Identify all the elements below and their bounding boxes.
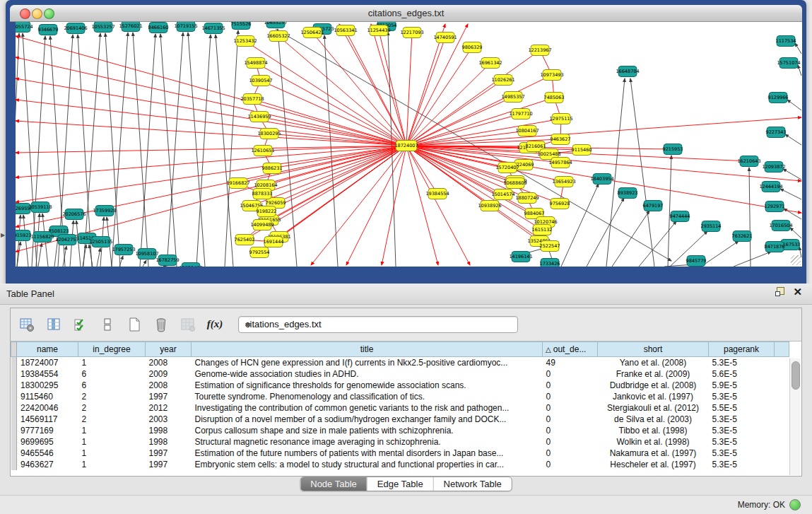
graph-node[interactable]: 20539118 [28, 202, 52, 213]
table-row[interactable]: 1830029562008Estimation of significance … [11, 380, 789, 391]
graph-node[interactable]: 1117534 [776, 36, 796, 47]
cell-out_de[interactable]: 0 [543, 380, 598, 391]
citation-edge-black[interactable] [587, 198, 624, 267]
citation-edge-black[interactable] [143, 260, 146, 267]
graph-node[interactable]: 1733426 [540, 259, 560, 267]
cell-short[interactable]: Dudbridge et al. (2008) [598, 380, 709, 391]
table-vertical-scrollbar[interactable] [789, 358, 801, 475]
graph-node[interactable]: 11156829 [30, 232, 54, 243]
network-canvas[interactable]: 2405572493466792069140610553257152760218… [16, 22, 802, 267]
graph-node[interactable]: 9845779 [686, 256, 707, 267]
graph-node[interactable]: 10553257 [91, 22, 114, 33]
citation-edge-black[interactable] [790, 228, 801, 238]
graph-node[interactable]: 9115460 [572, 145, 592, 156]
cell-pagerank[interactable]: 5.3E-5 [709, 425, 775, 436]
cell-name[interactable]: 14569117 [17, 414, 78, 425]
cell-title[interactable]: Investigating the contribution of common… [192, 402, 543, 414]
citation-edge-black[interactable] [795, 43, 801, 54]
graph-node[interactable]: 6479197 [643, 201, 664, 211]
graph-node[interactable]: 19384554 [425, 189, 449, 199]
cell-pagerank[interactable]: 5.6E-5 [709, 368, 775, 380]
graph-node[interactable]: 12923468 [179, 263, 202, 267]
cell-name[interactable]: 9463627 [17, 459, 78, 470]
graph-node[interactable]: 12093872 [762, 162, 785, 173]
graph-node[interactable]: 17016504 [769, 221, 792, 231]
citation-edge-red[interactable] [379, 30, 406, 146]
cell-out_de[interactable]: 0 [543, 391, 598, 402]
table-row[interactable]: 2242004622012Investigating the contribut… [11, 402, 789, 414]
scrollbar-thumb[interactable] [792, 361, 800, 390]
graph-node[interactable]: 18300295 [257, 129, 281, 139]
graph-node[interactable]: 10804167 [515, 126, 539, 136]
cell-name[interactable]: 9777169 [17, 425, 78, 436]
graph-node[interactable]: 14740591 [433, 33, 457, 43]
citation-edge-red[interactable] [262, 146, 406, 194]
cell-short[interactable]: Hescheler et al. (1997) [598, 459, 709, 470]
graph-node[interactable]: 20357718 [240, 94, 264, 105]
graph-node[interactable]: 11026261 [491, 75, 514, 86]
cell-pagerank[interactable]: 5.3E-5 [709, 357, 775, 369]
cell-in_degree[interactable]: 1 [78, 448, 146, 459]
graph-node[interactable]: 10719155 [174, 22, 197, 32]
graph-node[interactable]: 10655257 [264, 22, 287, 28]
graph-node[interactable]: 15720407 [495, 163, 519, 173]
graph-node[interactable]: 9756928 [550, 199, 570, 209]
cell-pagerank[interactable]: 5.9E-5 [709, 380, 775, 391]
cell-out_de[interactable]: 0 [543, 448, 598, 459]
graph-node[interactable]: 10973493 [540, 70, 563, 81]
graph-node[interactable]: 12610651 [251, 146, 274, 156]
delete-column-button[interactable] [152, 315, 170, 334]
graph-node[interactable]: 15014574 [491, 189, 514, 200]
cell-pagerank[interactable]: 5.3E-5 [709, 448, 775, 459]
graph-node[interactable]: 9886231 [262, 163, 283, 174]
graph-node[interactable]: 12505135 [89, 237, 112, 247]
column-header-name[interactable]: name [17, 342, 78, 357]
citation-edge-red[interactable] [382, 146, 406, 265]
graph-node[interactable]: 12042757 [55, 235, 78, 245]
graph-node[interactable]: 11253432 [233, 36, 257, 47]
graph-node[interactable]: 10938926 [478, 201, 501, 211]
citation-edge-red[interactable] [16, 121, 406, 146]
graph-node[interactable]: 20206576 [62, 209, 86, 220]
graph-node[interactable]: 17359928 [93, 206, 116, 216]
cell-in_degree[interactable]: 6 [78, 380, 146, 391]
cell-name[interactable]: 18724007 [17, 357, 78, 369]
cell-year[interactable]: 2009 [146, 368, 192, 380]
graph-node[interactable]: 9215953 [663, 144, 683, 155]
citation-edge-red[interactable] [406, 146, 437, 194]
float-panel-icon[interactable] [775, 287, 784, 296]
citation-edge-black[interactable] [216, 35, 233, 267]
column-header-out_de[interactable]: △out_de... [543, 342, 598, 357]
citation-edge-black[interactable] [701, 241, 739, 267]
graph-node[interactable]: 7485063 [544, 93, 565, 103]
cell-title[interactable]: Estimation of the future numbers of pati… [192, 448, 543, 459]
cell-short[interactable]: Yano et al. (2008) [598, 357, 709, 369]
graph-node[interactable]: 18807249 [515, 193, 539, 204]
table-row[interactable]: 911546021997Tourette syndrome. Phenomeno… [11, 391, 789, 402]
citation-edge-black[interactable] [668, 156, 671, 267]
graph-node[interactable]: 9463627 [551, 134, 571, 145]
cell-in_degree[interactable]: 1 [78, 459, 146, 470]
cell-in_degree[interactable]: 1 [78, 357, 146, 369]
citation-edge-red[interactable] [346, 30, 406, 146]
network-window-titlebar[interactable]: citations_edges.txt [10, 5, 802, 22]
graph-node[interactable]: 11797710 [509, 109, 532, 119]
cell-out_de[interactable]: 0 [543, 436, 598, 448]
graph-node[interactable]: 14099489 [250, 220, 273, 230]
graph-node[interactable]: 9792554 [249, 247, 270, 258]
citation-edge-black[interactable] [606, 78, 625, 267]
cell-in_degree[interactable]: 1 [78, 425, 146, 436]
function-builder-button[interactable]: f(x) [206, 315, 224, 334]
select-columns-button[interactable] [45, 315, 63, 334]
cell-short[interactable]: Wolkin et al. (1998) [598, 436, 709, 448]
graph-node[interactable]: 18403954 [590, 174, 613, 185]
citation-edge-black[interactable] [783, 169, 801, 180]
graph-node[interactable]: 7515526 [231, 22, 252, 30]
citation-edge-red[interactable] [278, 36, 406, 146]
column-header-short[interactable]: short [598, 342, 709, 357]
citation-edge-black[interactable] [787, 100, 801, 110]
cell-pagerank[interactable]: 5.3E-5 [709, 391, 775, 402]
graph-hub-node[interactable]: 18724007 [394, 141, 418, 151]
graph-node[interactable]: 24055724 [16, 22, 33, 33]
cell-title[interactable]: Tourette syndrome. Phenomenology and cla… [192, 391, 543, 402]
